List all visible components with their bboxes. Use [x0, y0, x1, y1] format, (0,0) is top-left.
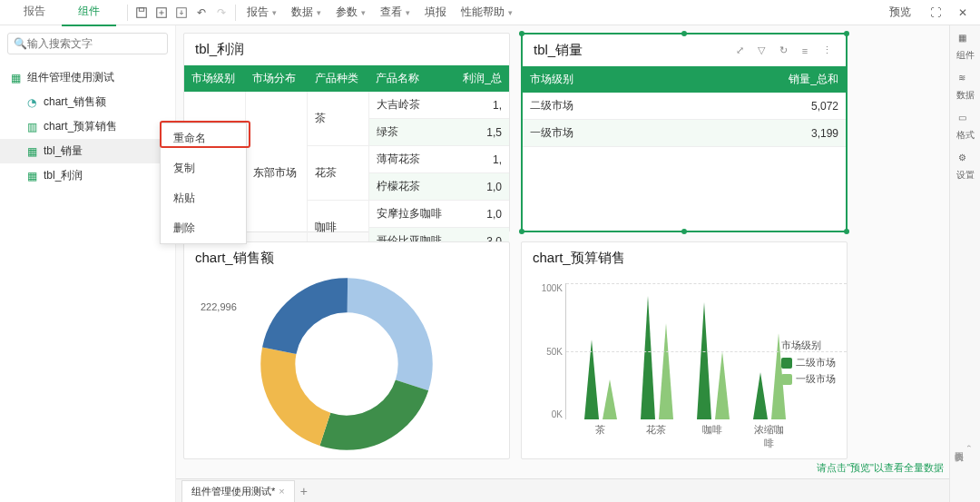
rail-widget[interactable]: ▦组件 [956, 33, 975, 62]
th: 市场级别 [523, 66, 676, 93]
svg-rect-0 [137, 7, 147, 17]
cell: 一级市场 [523, 120, 676, 147]
menu-perf[interactable]: 性能帮助 [454, 1, 520, 24]
footer-hint: 请点击"预览"以查看全量数据 [817, 461, 944, 475]
cell: 东部市场 [245, 92, 307, 255]
folder-icon: ▦ [9, 72, 22, 84]
tree-item-label: tbl_销量 [44, 143, 83, 159]
th: 销量_总和 [676, 66, 846, 93]
tree-item-chart-sales[interactable]: ◔ chart_销售额 [0, 90, 175, 114]
menu-fill[interactable]: 填报 [417, 1, 454, 24]
data-label: 222,996 [201, 301, 237, 312]
widget-chart-sales[interactable]: chart_销售额 222,996 [183, 241, 510, 459]
widget-title: chart_销售额 [184, 242, 509, 274]
cell: 柠檬花茶 [368, 173, 453, 201]
tab-report[interactable]: 报告 [7, 0, 62, 26]
tree-item-label: chart_预算销售 [44, 119, 117, 134]
th: 产品种类 [308, 65, 368, 92]
refresh-icon[interactable]: ↻ [775, 43, 791, 59]
table-icon: ▦ [25, 170, 38, 182]
cell: 1, [453, 92, 509, 119]
tab-widget[interactable]: 组件 [62, 0, 116, 26]
top-toolbar: 报告 组件 ↶ ↷ 报告 数据 参数 查看 填报 性能帮助 预览 ⛶ ✕ [0, 0, 980, 25]
th: 产品名称 [368, 65, 453, 92]
search-input[interactable] [27, 37, 163, 50]
rail-settings[interactable]: ⚙设置 [956, 153, 975, 182]
rail-data[interactable]: ≋数据 [956, 73, 975, 102]
x-axis: 茶 花茶 咖啡 浓缩咖啡 [565, 419, 847, 450]
save-icon[interactable] [132, 3, 152, 23]
separator [127, 5, 128, 21]
tree-item-label: chart_销售额 [44, 94, 106, 110]
tree-root[interactable]: ▦ 组件管理使用测试 [0, 65, 175, 90]
ctx-delete[interactable]: 删除 [161, 213, 246, 243]
context-menu: 重命名 复制 粘贴 删除 [160, 123, 247, 244]
legend: 市场级别 二级市场 一级市场 [781, 336, 836, 389]
menu-report[interactable]: 报告 [240, 1, 284, 24]
expand-icon[interactable]: ⤢ [731, 43, 748, 59]
search-box[interactable]: 🔍 [7, 33, 168, 54]
tree-item-tbl-sales[interactable]: ▦ tbl_销量 [0, 139, 175, 163]
widget-title: chart_预算销售 [522, 242, 847, 274]
cell: 1,0 [453, 173, 509, 201]
table-icon: ▦ [25, 145, 38, 158]
cell: 花茶 [308, 146, 368, 201]
sheet-tab[interactable]: 组件管理使用测试*× [181, 480, 295, 502]
add-sheet-button[interactable]: + [295, 484, 313, 498]
widget-chart-budget[interactable]: chart_预算销售 100K 50K 0K 茶 花茶 [521, 241, 848, 459]
widget-tbl-sales[interactable]: tbl_销量 ⤢ ▽ ↻ ≡ ⋮ 市场级别 销量_总和 二级市场5,072 一级… [521, 33, 848, 232]
cell: 3,199 [676, 120, 846, 147]
tree-item-tbl-profit[interactable]: ▦ tbl_利润 [0, 163, 175, 188]
save-as-icon[interactable] [152, 3, 172, 23]
fullscreen-icon[interactable]: ⛶ [926, 3, 946, 23]
left-panel: 🔍 ▦ 组件管理使用测试 ◔ chart_销售额 ▥ chart_预算销售 ▦ … [0, 25, 176, 502]
ctx-paste[interactable]: 粘贴 [161, 183, 246, 213]
separator [235, 5, 236, 21]
search-icon: 🔍 [14, 37, 27, 50]
cell: 茶 [308, 92, 368, 146]
sales-table: 市场级别 销量_总和 二级市场5,072 一级市场3,199 [523, 66, 846, 147]
tree-item-chart-budget[interactable]: ▥ chart_预算销售 [0, 114, 175, 139]
widget-title: tbl_销量 ⤢ ▽ ↻ ≡ ⋮ [523, 34, 846, 66]
side-toggle-text[interactable]: ‹切换图表 [952, 445, 975, 448]
y-axis: 100K 50K 0K [532, 283, 563, 419]
cell: 安摩拉多咖啡 [368, 201, 453, 228]
cell: 大吉岭茶 [368, 92, 453, 119]
rail-format[interactable]: ▭格式 [956, 113, 975, 142]
cell: 薄荷花茶 [368, 146, 453, 173]
menu-view[interactable]: 查看 [373, 1, 417, 24]
sheet-tabs: 组件管理使用测试*× + [176, 478, 949, 502]
export-icon[interactable] [172, 3, 191, 23]
mode-tabs: 报告 组件 [7, 0, 116, 26]
redo-icon[interactable]: ↷ [211, 3, 231, 23]
cell: 5,072 [676, 93, 846, 120]
design-canvas[interactable]: tbl_利润 市场级别 市场分布 产品种类 产品名称 利润_总 东部市场茶大吉岭… [176, 25, 949, 502]
cell: 二级市场 [523, 93, 676, 120]
ctx-copy[interactable]: 复制 [161, 153, 246, 183]
donut-icon: ◔ [25, 96, 38, 109]
menu-params[interactable]: 参数 [328, 1, 373, 24]
cell: 绿茶 [368, 119, 453, 146]
menu-data[interactable]: 数据 [284, 1, 328, 24]
undo-icon[interactable]: ↶ [191, 3, 211, 23]
cell: 1, [453, 146, 509, 173]
ctx-rename[interactable]: 重命名 [161, 123, 246, 153]
more-icon[interactable]: ⋮ [818, 43, 835, 59]
cell: 1,0 [453, 201, 509, 228]
close-tab-icon[interactable]: × [279, 486, 284, 497]
preview-button[interactable]: 预览 [882, 1, 918, 24]
bar-icon: ▥ [25, 121, 38, 133]
widget-title: tbl_利润 [184, 34, 509, 65]
cell: 1,5 [453, 119, 509, 146]
filter-icon[interactable]: ▽ [753, 43, 769, 59]
tree-root-label: 组件管理使用测试 [27, 70, 114, 85]
list-icon[interactable]: ≡ [797, 43, 813, 59]
widget-tree: ▦ 组件管理使用测试 ◔ chart_销售额 ▥ chart_预算销售 ▦ tb… [0, 62, 175, 502]
th: 市场级别 [184, 65, 245, 92]
tree-item-label: tbl_利润 [44, 168, 83, 183]
donut-chart: 222,996 [184, 274, 509, 454]
th: 利润_总 [453, 65, 509, 92]
right-rail: ▦组件 ≋数据 ▭格式 ⚙设置 [949, 25, 980, 502]
close-icon[interactable]: ✕ [953, 3, 973, 23]
th: 市场分布 [245, 65, 307, 92]
